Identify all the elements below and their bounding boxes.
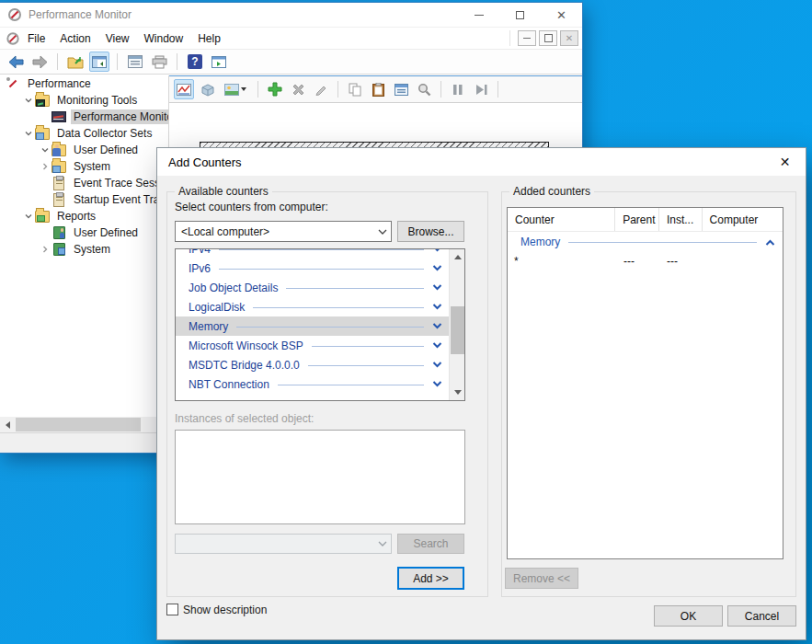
instances-listbox[interactable]	[175, 430, 465, 524]
column-inst[interactable]: Inst...	[659, 208, 703, 231]
tree-item-system[interactable]: System	[0, 158, 168, 175]
chevron-down-icon[interactable]	[432, 361, 442, 369]
tree-item-reports-system[interactable]: System	[0, 241, 168, 258]
tree-item-event-trace-sessions[interactable]: Event Trace Sessions	[0, 175, 168, 191]
show-hide-console-tree-icon[interactable]	[89, 52, 109, 72]
menu-window[interactable]: Window	[137, 29, 191, 48]
ok-button[interactable]: OK	[654, 605, 723, 627]
counter-row-logicaldisk[interactable]: LogicalDisk	[176, 297, 449, 316]
forward-icon[interactable]	[29, 52, 50, 72]
chevron-up-icon[interactable]	[765, 238, 775, 247]
tree-item-reports[interactable]: Reports	[0, 208, 168, 224]
copy-properties-icon[interactable]	[345, 79, 365, 99]
change-graph-type-icon[interactable]	[220, 79, 251, 99]
dropdown-caret-icon[interactable]	[241, 87, 246, 91]
properties-icon[interactable]	[391, 79, 411, 99]
close-button[interactable]: ✕	[541, 3, 582, 27]
maximize-button[interactable]	[499, 3, 541, 27]
view-current-activity-icon[interactable]	[174, 79, 194, 99]
cancel-button[interactable]: Cancel	[727, 605, 796, 627]
properties-icon[interactable]	[125, 52, 145, 72]
clipboard-icon	[51, 192, 66, 207]
collapse-chevron-icon[interactable]	[22, 96, 35, 105]
menu-help[interactable]: Help	[190, 29, 228, 48]
scroll-down-icon[interactable]	[450, 385, 465, 400]
tree-item-startup-event-trace-sessions[interactable]: Startup Event Trace Sessions	[0, 191, 168, 208]
remove-button: Remove <<	[505, 568, 578, 589]
chevron-down-icon[interactable]	[432, 303, 442, 311]
counter-row-job-object-details[interactable]: Job Object Details	[176, 278, 449, 297]
chevron-down-icon[interactable]	[432, 248, 442, 253]
tree-item-user-defined[interactable]: User Defined	[0, 142, 168, 158]
delete-counter-icon[interactable]	[288, 79, 308, 99]
tree-item-performance-monitor[interactable]: Performance Monitor	[0, 109, 168, 125]
collapse-chevron-icon[interactable]	[39, 145, 51, 155]
counter-row-memory-selected[interactable]: Memory	[176, 316, 449, 336]
menu-file[interactable]: File	[20, 29, 52, 48]
scroll-left-icon[interactable]	[0, 417, 16, 432]
export-icon[interactable]	[65, 52, 86, 72]
collapse-chevron-icon[interactable]	[22, 129, 35, 138]
add-button[interactable]: Add >>	[397, 567, 464, 590]
help-icon[interactable]: ?	[185, 52, 205, 72]
chevron-down-icon[interactable]	[432, 380, 442, 388]
column-counter[interactable]: Counter	[508, 208, 615, 231]
menu-action[interactable]: Action	[52, 29, 97, 48]
expand-chevron-icon[interactable]	[39, 162, 51, 171]
view-log-data-icon[interactable]	[197, 79, 217, 99]
chevron-down-icon[interactable]	[432, 341, 442, 350]
counters-scrollbar[interactable]	[449, 249, 464, 400]
computer-combobox[interactable]: <Local computer>	[175, 221, 392, 242]
chevron-down-icon[interactable]	[374, 228, 391, 236]
chevron-down-icon[interactable]	[432, 283, 442, 292]
dialog-title-bar[interactable]: Add Counters ✕	[157, 148, 806, 176]
added-counters-table[interactable]: Counter Parent Inst... Computer Memory *…	[507, 207, 783, 559]
console-toolbar: ?	[0, 50, 582, 75]
expand-chevron-icon[interactable]	[39, 245, 51, 254]
chevron-down-icon[interactable]	[432, 264, 442, 272]
mdi-minimize-button[interactable]	[518, 30, 536, 46]
title-bar[interactable]: Performance Monitor ✕	[0, 3, 582, 27]
tree-item-reports-user-defined[interactable]: User Defined	[0, 224, 168, 241]
select-computer-label: Select counters from computer:	[175, 201, 328, 213]
print-icon[interactable]	[149, 52, 169, 72]
scrollbar-thumb[interactable]	[451, 306, 464, 354]
mdi-restore-button[interactable]	[539, 30, 557, 46]
tree-item-monitoring-tools[interactable]: Monitoring Tools	[0, 92, 168, 109]
highlight-icon[interactable]	[311, 79, 331, 99]
scroll-up-icon[interactable]	[450, 249, 465, 265]
counter-row-ipv4[interactable]: IPv4	[176, 248, 449, 259]
add-counter-icon[interactable]	[265, 79, 285, 99]
back-icon[interactable]	[6, 52, 26, 72]
counter-row-microsoft-winsock-bsp[interactable]: Microsoft Winsock BSP	[176, 336, 449, 355]
chevron-down-icon[interactable]	[432, 322, 442, 330]
collapse-chevron-icon[interactable]	[22, 212, 35, 221]
column-parent[interactable]: Parent	[615, 208, 659, 231]
minimize-button[interactable]	[458, 3, 499, 27]
instances-label: Instances of selected object:	[175, 412, 314, 425]
monitor-chart-icon	[51, 109, 66, 124]
dialog-close-icon[interactable]: ✕	[764, 148, 806, 176]
scrollbar-thumb[interactable]	[16, 418, 141, 431]
column-computer[interactable]: Computer	[703, 208, 783, 231]
counter-row-ipv6[interactable]: IPv6	[176, 259, 449, 278]
mdi-controls: ✕	[509, 30, 578, 46]
added-group-row-memory[interactable]: Memory	[508, 232, 783, 252]
search-button: Search	[397, 534, 464, 554]
counters-listbox[interactable]: IPv4 IPv6 Job Object Details LogicalDisk…	[175, 248, 465, 401]
tree-item-data-collector-sets[interactable]: Data Collector Sets	[0, 125, 168, 142]
freeze-display-icon[interactable]	[448, 79, 468, 99]
menu-view[interactable]: View	[98, 29, 137, 48]
mdi-close-button[interactable]: ✕	[560, 30, 578, 46]
tree-horizontal-scrollbar[interactable]	[0, 417, 168, 432]
new-window-icon[interactable]	[209, 52, 229, 72]
paste-counter-list-icon[interactable]	[368, 79, 388, 99]
zoom-icon[interactable]	[414, 79, 434, 99]
browse-button[interactable]: Browse...	[397, 221, 464, 242]
counter-row-msdtc-bridge[interactable]: MSDTC Bridge 4.0.0.0	[176, 355, 449, 374]
update-data-icon[interactable]	[471, 79, 491, 99]
added-counter-row[interactable]: * --- ---	[508, 252, 783, 270]
tree-item-performance[interactable]: Performance	[0, 75, 168, 92]
show-description-checkbox[interactable]	[166, 604, 178, 615]
counter-row-nbt-connection[interactable]: NBT Connection	[176, 374, 449, 394]
